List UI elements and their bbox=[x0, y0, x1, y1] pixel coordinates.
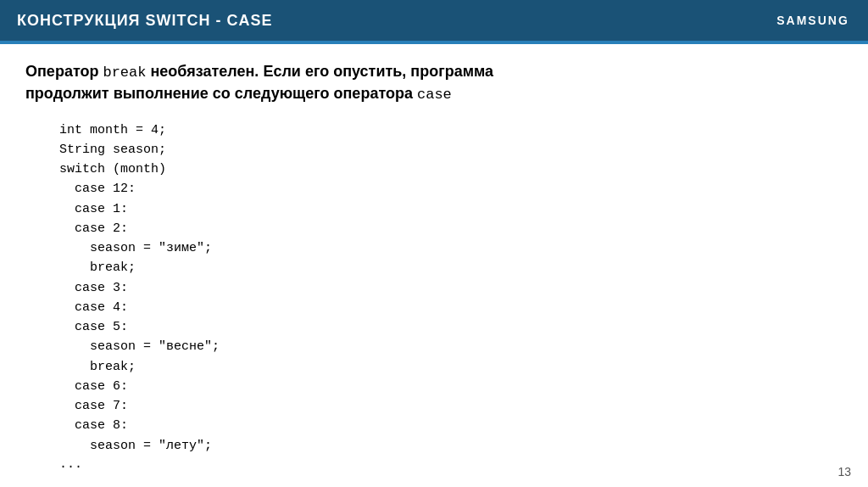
code-line-12: season = "весне"; bbox=[59, 337, 843, 356]
code-line-17: season = "лету"; bbox=[59, 436, 843, 456]
desc-text-before: Оператор bbox=[25, 63, 103, 80]
header-bar: КОНСТРУКЦИЯ SWITCH - CASE SAMSUNG bbox=[0, 0, 868, 41]
code-line-11: case 5: bbox=[59, 317, 843, 337]
code-line-9: case 3: bbox=[59, 278, 843, 298]
code-line-3: switch (month) bbox=[59, 160, 843, 179]
desc-case-keyword: case bbox=[417, 87, 452, 103]
code-line-5: case 1: bbox=[59, 199, 843, 219]
code-line-15: case 7: bbox=[59, 396, 843, 416]
code-line-8: break; bbox=[59, 258, 843, 277]
main-content: Оператор break необязателен. Если его оп… bbox=[0, 44, 868, 480]
samsung-logo: SAMSUNG bbox=[758, 0, 868, 41]
code-line-4: case 12: bbox=[59, 179, 843, 199]
header-title: КОНСТРУКЦИЯ SWITCH - CASE bbox=[17, 12, 273, 30]
code-line-1: int month = 4; bbox=[59, 120, 843, 140]
desc-break-keyword: break bbox=[103, 64, 146, 81]
code-line-6: case 2: bbox=[59, 219, 843, 238]
code-line-10: case 4: bbox=[59, 298, 843, 317]
code-block: int month = 4; String season; switch (mo… bbox=[25, 120, 843, 456]
code-line-7: season = "зиме"; bbox=[59, 238, 843, 258]
samsung-logo-text: SAMSUNG bbox=[776, 14, 849, 27]
code-line-13: break; bbox=[59, 357, 843, 377]
code-ellipsis: ... bbox=[25, 457, 843, 472]
description-text: Оператор break необязателен. Если его оп… bbox=[25, 61, 843, 105]
code-line-2: String season; bbox=[59, 140, 843, 160]
code-line-14: case 6: bbox=[59, 377, 843, 396]
page-number: 13 bbox=[837, 465, 851, 479]
code-line-16: case 8: bbox=[59, 416, 843, 435]
